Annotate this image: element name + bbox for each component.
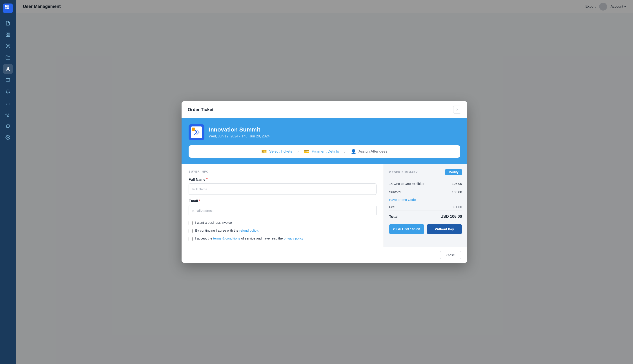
business-invoice-checkbox-item[interactable]: I want a business invoice: [188, 221, 376, 225]
modal-title: Order Ticket: [188, 107, 214, 112]
refund-policy-checkbox[interactable]: [188, 229, 192, 233]
sidebar-item-grid[interactable]: [3, 30, 13, 40]
total-amount: USD 106.00: [441, 214, 462, 219]
svg-rect-0: [5, 5, 7, 7]
step-assign-label: Assign Attendees: [358, 149, 387, 154]
modal-body: BUYER INFO Full Name * Email *: [181, 164, 467, 247]
order-summary-header: ORDER SUMMARY Modify: [389, 169, 462, 175]
promo-code-link[interactable]: Have promo Code: [389, 196, 462, 203]
modal-footer: Close: [181, 247, 467, 263]
step-payment-label: Payment Details: [312, 149, 339, 154]
svg-point-17: [7, 137, 9, 138]
buyer-info-section: BUYER INFO Full Name * Email *: [181, 164, 384, 247]
event-dates: Wed, Jun 12, 2024 - Thu, Jun 20, 2024: [209, 134, 270, 138]
line-item-amount: 105.00: [452, 182, 462, 186]
modal-close-button[interactable]: ×: [453, 106, 461, 114]
svg-rect-1: [7, 5, 9, 7]
modal-header: Order Ticket ×: [181, 101, 467, 118]
svg-point-12: [7, 67, 9, 69]
modal-overlay: Order Ticket ×: [16, 0, 633, 364]
modify-button[interactable]: Modify: [445, 169, 462, 175]
footer-close-button[interactable]: Close: [440, 251, 461, 259]
terms-checkbox-item[interactable]: I accept the terms & conditions of servi…: [188, 236, 376, 241]
main-content: User Management Export Account ▾ Order T…: [16, 0, 633, 364]
refund-policy-checkbox-item[interactable]: By continuing I agree with the refund po…: [188, 228, 376, 233]
sidebar-item-bell[interactable]: [3, 87, 13, 96]
step-select-tickets-label: Select Tickets: [269, 149, 292, 154]
terms-link[interactable]: terms & conditions: [213, 236, 240, 240]
fee-label: Fee: [389, 205, 395, 209]
steps-bar: 🎫 Select Tickets › 💳 Payment Details › 👤…: [188, 145, 460, 158]
line-item-description: 1× One to One Exhibitor: [389, 182, 425, 186]
terms-label: I accept the terms & conditions of servi…: [195, 236, 304, 240]
svg-rect-7: [6, 35, 8, 36]
svg-point-11: [8, 46, 9, 46]
email-input[interactable]: [188, 205, 376, 216]
step-assign-attendees[interactable]: 👤 Assign Attendees: [351, 149, 387, 154]
order-ticket-modal: Order Ticket ×: [181, 101, 467, 263]
sidebar-item-file[interactable]: [3, 18, 13, 28]
total-line: Total USD 106.00: [389, 211, 462, 222]
event-info: Innovation Summit Wed, Jun 12, 2024 - Th…: [188, 124, 460, 140]
event-text: Innovation Summit Wed, Jun 12, 2024 - Th…: [209, 126, 270, 138]
full-name-required: *: [206, 178, 207, 182]
step-payment-details[interactable]: 💳 Payment Details: [304, 149, 339, 154]
sidebar-item-settings[interactable]: [3, 132, 13, 142]
sidebar-item-message[interactable]: [3, 121, 13, 131]
total-label: Total: [389, 214, 398, 219]
step-select-tickets[interactable]: 🎫 Select Tickets: [261, 149, 292, 154]
terms-checkbox[interactable]: [188, 237, 192, 241]
event-logo-inner: [191, 126, 202, 138]
sidebar-item-folder[interactable]: [3, 53, 13, 62]
cash-payment-button[interactable]: Cash USD 106.00: [389, 224, 424, 234]
subtotal-label: Subtotal: [389, 190, 401, 194]
privacy-link[interactable]: privacy policy: [284, 236, 304, 240]
ticket-icon: 🎫: [261, 149, 267, 154]
event-name: Innovation Summit: [209, 126, 270, 133]
full-name-label: Full Name *: [188, 178, 376, 182]
event-banner: Innovation Summit Wed, Jun 12, 2024 - Th…: [181, 118, 467, 164]
refund-policy-link[interactable]: refund policy.: [239, 228, 259, 232]
person-icon: 👤: [351, 149, 356, 154]
email-label: Email *: [188, 199, 376, 203]
step-separator-2: ›: [344, 149, 345, 154]
sidebar-item-trophy[interactable]: [3, 110, 13, 120]
full-name-input[interactable]: [188, 183, 376, 195]
subtotal-line: Subtotal 105.00: [389, 188, 462, 196]
svg-point-10: [8, 46, 8, 46]
svg-point-9: [7, 46, 8, 47]
svg-rect-2: [5, 8, 7, 9]
card-icon: 💳: [304, 149, 309, 154]
svg-rect-5: [8, 33, 10, 34]
buyer-section-label: BUYER INFO: [188, 170, 376, 173]
svg-rect-4: [6, 33, 8, 34]
without-pay-button[interactable]: Without Pay: [427, 224, 462, 234]
subtotal-amount: 105.00: [452, 190, 462, 194]
business-invoice-label: I want a business invoice: [195, 221, 232, 224]
email-group: Email *: [188, 199, 376, 216]
payment-buttons: Cash USD 106.00 Without Pay: [389, 224, 462, 234]
checkbox-group: I want a business invoice By continuing …: [188, 221, 376, 241]
order-line-item: 1× One to One Exhibitor 105.00: [389, 180, 462, 188]
order-summary-title: ORDER SUMMARY: [389, 170, 418, 174]
sidebar-item-chart[interactable]: [3, 98, 13, 108]
fee-line: Fee + 1.00: [389, 203, 462, 211]
sidebar-item-palette[interactable]: [3, 41, 13, 51]
email-required: *: [199, 199, 200, 203]
sidebar-item-chat[interactable]: [3, 76, 13, 85]
order-summary-section: ORDER SUMMARY Modify 1× One to One Exhib…: [384, 164, 467, 247]
refund-policy-label: By continuing I agree with the refund po…: [195, 228, 259, 232]
sidebar-logo[interactable]: [3, 4, 13, 13]
svg-rect-3: [7, 8, 9, 9]
sidebar-item-user[interactable]: [3, 64, 13, 74]
sidebar: [0, 0, 16, 364]
business-invoice-checkbox[interactable]: [188, 221, 192, 225]
event-logo-dot: [192, 128, 195, 131]
full-name-group: Full Name *: [188, 178, 376, 195]
step-separator-1: ›: [297, 149, 299, 154]
event-logo: [188, 124, 204, 140]
svg-rect-6: [8, 35, 10, 36]
fee-amount: + 1.00: [453, 205, 462, 209]
